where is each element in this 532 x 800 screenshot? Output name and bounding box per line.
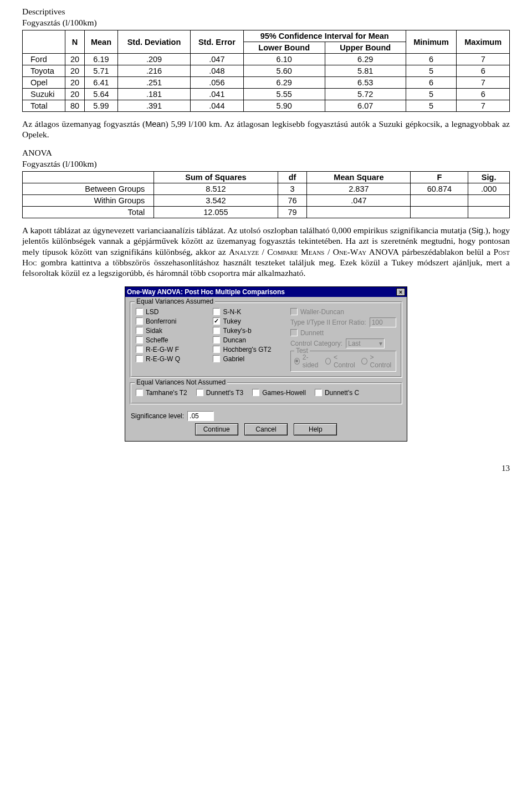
paragraph-1: Az átlagos üzemanyag fogyasztás (Mean) 5… (22, 119, 510, 140)
label: < Control (334, 353, 356, 369)
checkbox-icon (213, 346, 220, 353)
check-gabriel[interactable]: Gabriel (213, 355, 282, 363)
table-row: Between Groups8.51232.83760.874.000 (23, 183, 510, 194)
descriptives-subtitle: Fogyasztás (l/100km) (22, 18, 510, 28)
label: S-N-K (223, 308, 241, 316)
check-waller-duncan[interactable]: Waller-Duncan (290, 308, 396, 316)
check-tamhane-s-t2[interactable]: Tamhane's T2 (136, 389, 187, 397)
label: Dunnett (300, 329, 324, 337)
label: Tukey (223, 317, 241, 325)
continue-button[interactable]: Continue (195, 423, 238, 435)
checkbox-icon (315, 389, 322, 396)
text: A kapott táblázat az úgynevezett varianc… (22, 225, 472, 235)
check-dunnett[interactable]: Dunnett (290, 329, 396, 337)
label: Dunnett's C (325, 389, 359, 397)
col-ub: Upper Bound (325, 42, 406, 54)
col-lb: Lower Bound (243, 42, 325, 54)
col-sig: Sig. (468, 171, 510, 183)
table-row: Opel206.41.251.0566.296.5367 (23, 77, 510, 89)
label: Scheffe (146, 336, 168, 344)
ratio-field: 100 (370, 317, 396, 327)
anova-table: Sum of Squares df Mean Square F Sig. Bet… (22, 171, 510, 218)
checkbox-icon (213, 336, 220, 343)
col-ss: Sum of Squares (154, 171, 278, 183)
dialog-titlebar[interactable]: One-Way ANOVA: Post Hoc Multiple Compari… (125, 287, 407, 297)
col-sd: Std. Deviation (117, 30, 190, 54)
text: gombra kattintva a többszörös összehason… (22, 258, 510, 278)
group-eva-title: Equal Variances Assumed (135, 298, 215, 305)
col-f: F (411, 171, 468, 183)
checkbox-icon (136, 389, 143, 396)
check-bonferroni[interactable]: Bonferroni (136, 317, 205, 325)
label: Gabriel (223, 355, 244, 363)
checkbox-icon (136, 336, 143, 343)
text: Analyze / Compare Means / One-Way ANOVA (229, 247, 399, 257)
group-evna: Equal Variances Not Assumed Tamhane's T2… (130, 382, 402, 404)
sig-field[interactable]: .05 (187, 411, 214, 421)
checkbox-icon (136, 355, 143, 362)
checkbox-icon (213, 308, 220, 315)
close-icon[interactable]: × (396, 288, 405, 296)
chevron-down-icon: ▾ (379, 340, 382, 347)
help-button[interactable]: Help (294, 423, 337, 435)
anova-subtitle: Fogyasztás (l/100km) (22, 159, 510, 169)
table-row: Suzuki205.64.181.0415.555.7256 (23, 89, 510, 100)
check-scheffe[interactable]: Scheffe (136, 336, 205, 344)
col-df: df (278, 171, 307, 183)
label: Dunnett's T3 (206, 389, 243, 397)
label: R-E-G-W F (146, 346, 179, 353)
label: R-E-G-W Q (146, 355, 180, 363)
checkbox-icon (290, 329, 298, 336)
text: Az átlagos üzemanyag fogyasztás ( (22, 119, 145, 129)
check-dunnett-s-c[interactable]: Dunnett's C (315, 389, 359, 397)
check-games-howell[interactable]: Games-Howell (252, 389, 306, 397)
checkbox-icon (252, 389, 259, 396)
cancel-button[interactable]: Cancel (244, 423, 288, 435)
cc-combo: Last ▾ (346, 339, 385, 348)
checkbox-icon (136, 346, 143, 353)
checkbox-icon (213, 355, 220, 362)
posthoc-dialog: One-Way ANOVA: Post Hoc Multiple Compari… (125, 286, 407, 442)
label: Duncan (223, 336, 245, 344)
check-hochberg-s-gt2[interactable]: Hochberg's GT2 (213, 346, 282, 353)
label: Tukey's-b (223, 327, 251, 335)
group-test: Test 2-sided < Control > Control (290, 351, 396, 372)
check-tukey-s-b[interactable]: Tukey's-b (213, 327, 282, 335)
label: Bonferroni (146, 317, 176, 325)
check-dunnett-s-t3[interactable]: Dunnett's T3 (196, 389, 243, 397)
label: Tamhane's T2 (146, 389, 187, 397)
text: párbeszédablakon belül a (399, 247, 494, 257)
check-s-n-k[interactable]: S-N-K (213, 308, 282, 316)
cc-value: Last (348, 340, 361, 347)
anova-title: ANOVA (22, 148, 510, 158)
table-row: Total12.05579 (23, 206, 510, 218)
paragraph-2: A kapott táblázat az úgynevezett varianc… (22, 225, 510, 279)
checkbox-icon (213, 327, 220, 334)
checkbox-icon (136, 308, 143, 315)
checkbox-icon (136, 327, 143, 334)
col-min: Minimum (406, 30, 457, 54)
table-row: Ford206.19.209.0476.106.2967 (23, 54, 510, 65)
check-tukey[interactable]: ✓Tukey (213, 317, 282, 325)
text: Mean (145, 120, 165, 129)
radio-2sided: 2-sided (294, 353, 320, 369)
descriptives-title: Descriptives (22, 7, 510, 17)
table-row: Total805.99.391.0445.906.0757 (23, 100, 510, 112)
radio-lt-control: < Control (325, 353, 356, 369)
check-duncan[interactable]: Duncan (213, 336, 282, 344)
checkbox-icon: ✓ (213, 317, 220, 325)
label: Sidak (146, 327, 162, 335)
check-r-e-g-w-f[interactable]: R-E-G-W F (136, 346, 205, 353)
check-sidak[interactable]: Sidak (136, 327, 205, 335)
check-r-e-g-w-q[interactable]: R-E-G-W Q (136, 355, 205, 363)
col-max: Maximum (457, 30, 510, 54)
cc-label: Control Category: (290, 340, 342, 347)
label: LSD (146, 308, 158, 316)
check-lsd[interactable]: LSD (136, 308, 205, 316)
group-evna-title: Equal Variances Not Assumed (135, 378, 227, 386)
checkbox-icon (196, 389, 203, 396)
table-row: Within Groups3.54276.047 (23, 194, 510, 206)
label: Games-Howell (262, 389, 306, 397)
label: Hochberg's GT2 (223, 346, 271, 353)
checkbox-icon (290, 308, 298, 315)
